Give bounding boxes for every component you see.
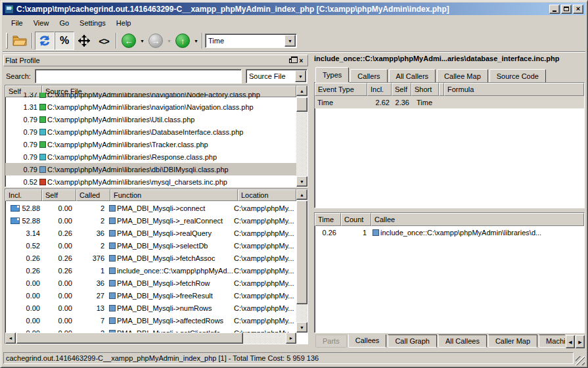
function-row[interactable]: 0.260.26376PMA_DBI_Mysqli->fetchAssocC:\… [5, 252, 296, 264]
event-short-value: Time [411, 99, 439, 106]
column-header-called[interactable]: Called [76, 189, 110, 201]
menu-item-help[interactable]: Help [111, 17, 137, 29]
tab-scroll-left-icon[interactable]: ◀ [566, 335, 575, 348]
toolbar-handle[interactable] [6, 33, 8, 49]
tab-scroll-right-icon[interactable]: ▶ [576, 335, 585, 348]
function-row[interactable]: 3.140.2636PMA_DBI_Mysqli->realQueryC:\xa… [5, 227, 296, 239]
title-bar[interactable]: C:\xampp\tmp\cachegrind.out.1416463299-C… [3, 3, 585, 15]
flat-profile-row[interactable]: 0.79C:\xampp\phpMyAdmin\libraries\Databa… [5, 126, 296, 138]
event-type-combobox[interactable]: Time ▼ [205, 34, 297, 48]
back-dropdown[interactable]: ▼ [139, 32, 146, 50]
scroll-down-icon[interactable]: ▼ [296, 176, 307, 187]
scroll-thumb[interactable] [16, 333, 243, 344]
column-header-location[interactable]: Location [238, 189, 296, 201]
tab-callees[interactable]: Callees [348, 334, 387, 348]
incl-cell: 0.52 [5, 242, 42, 250]
tab-caller-map[interactable]: Caller Map [488, 334, 537, 348]
incl-value: 0.26 [26, 254, 40, 262]
tab-all-callees[interactable]: All Callees [438, 334, 487, 348]
menu-item-view[interactable]: View [28, 17, 55, 29]
function-row[interactable]: 0.260.261include_once::C:\xampp\phpMyAd.… [5, 264, 296, 277]
column-header-spacer[interactable] [439, 83, 444, 96]
panel-splitter[interactable] [309, 53, 313, 349]
forward-button[interactable]: → [146, 32, 166, 50]
up-button[interactable]: ↑ [173, 32, 192, 50]
scroll-thumb[interactable] [296, 97, 307, 112]
open-file-button[interactable] [10, 32, 30, 50]
dock-close-button[interactable]: × [296, 56, 306, 65]
flat-profile-row[interactable]: 0.79C:\xampp\phpMyAdmin\libraries\Util.c… [5, 113, 296, 126]
scroll-thumb[interactable] [296, 200, 307, 304]
resize-grip[interactable] [576, 356, 585, 365]
forward-dropdown[interactable]: ▼ [166, 32, 173, 50]
flat-profile-row[interactable]: 1.37C:\xampp\phpMyAdmin\libraries\naviga… [5, 93, 296, 101]
function-row[interactable]: 0.000.0027PMA_DBI_Mysqli->freeResultC:\x… [5, 289, 296, 302]
column-header-self[interactable]: Self [392, 83, 411, 96]
expand-areas-button[interactable] [74, 32, 94, 50]
flat-profile-row[interactable]: 0.79C:\xampp\phpMyAdmin\libraries\dbi\DB… [5, 163, 296, 175]
function-name: PMA_DBI_Mysqli->connect [117, 204, 234, 212]
tab-call-graph[interactable]: Call Graph [388, 334, 437, 348]
flat-profile-row[interactable]: 0.79C:\xampp\phpMyAdmin\libraries\Respon… [5, 150, 296, 163]
minimize-button[interactable] [549, 5, 560, 14]
flat-profile-row[interactable]: 0.52C:\xampp\phpMyAdmin\libraries\mysql_… [5, 175, 296, 187]
chevron-down-icon: ▼ [284, 35, 296, 47]
tab-source-code[interactable]: Source Code [489, 69, 546, 82]
flat-profile-dock-title[interactable]: Flat Profile × [3, 55, 308, 66]
column-header-callee[interactable]: Callee [371, 213, 584, 226]
self-value: 0.00 [42, 304, 74, 312]
function-icon [109, 230, 116, 237]
flat-profile-row[interactable]: 1.31C:\xampp\phpMyAdmin\libraries\naviga… [5, 101, 296, 113]
event-type-row[interactable]: Time 2.62 2.36 Time [315, 96, 584, 108]
group-by-combobox[interactable]: Source File ▼ [246, 69, 307, 83]
relative-cost-button[interactable]: <> [94, 32, 114, 50]
called-value: 27 [74, 292, 106, 300]
tab-machine[interactable]: Machine [539, 334, 565, 348]
function-row[interactable]: 52.880.002PMA_DBI_Mysqli->_realConnectC:… [5, 214, 296, 227]
function-row[interactable]: 0.000.007PMA_DBI_Mysqli->affectedRowsC:\… [5, 314, 296, 327]
search-input[interactable] [35, 69, 242, 83]
scroll-down-icon[interactable]: ▼ [296, 322, 307, 333]
callee-row[interactable]: 0.26 1 include_once::C:\xampp\phpMyAdmin… [315, 226, 584, 239]
cycle-detection-button[interactable] [35, 32, 55, 50]
function-hscrollbar[interactable]: ◄ ► [5, 333, 296, 344]
percentage-button[interactable]: % [55, 32, 74, 50]
scroll-up-icon[interactable]: ▲ [296, 85, 307, 96]
tab-types[interactable]: Types [315, 67, 349, 82]
menu-item-file[interactable]: File [6, 17, 28, 29]
scroll-up-icon[interactable]: ▲ [296, 189, 307, 200]
location-value: C:\xampp\phpMy... [234, 279, 296, 287]
function-vscrollbar[interactable]: ▲ ▼ [296, 189, 307, 333]
back-button[interactable]: ← [119, 32, 139, 50]
tab-all-callers[interactable]: All Callers [389, 69, 436, 82]
function-row[interactable]: 0.000.002PMA_DBI_Mysqli->getClientInfoC:… [5, 327, 296, 333]
source-file-path: C:\xampp\phpMyAdmin\libraries\navigation… [47, 93, 296, 99]
function-row[interactable]: 52.880.002PMA_DBI_Mysqli->connectC:\xamp… [5, 202, 296, 214]
tab-callers[interactable]: Callers [350, 69, 387, 82]
column-header-event-type[interactable]: Event Type [315, 83, 367, 96]
scroll-right-icon[interactable]: ► [286, 333, 296, 344]
column-header-short[interactable]: Short [411, 83, 439, 96]
column-header-count[interactable]: Count [341, 213, 371, 226]
function-row[interactable]: 0.000.0013PMA_DBI_Mysqli->numRowsC:\xamp… [5, 302, 296, 314]
column-header-incl[interactable]: Incl. [367, 83, 392, 96]
column-header-incl[interactable]: Incl. [5, 189, 42, 201]
menu-item-go[interactable]: Go [54, 17, 74, 29]
column-header-formula[interactable]: Formula [444, 83, 584, 96]
up-dropdown[interactable]: ▼ [192, 32, 200, 50]
scroll-left-icon[interactable]: ◄ [5, 333, 16, 344]
column-header-time[interactable]: Time [315, 213, 341, 226]
function-cell: PMA_DBI_Mysqli->connect [106, 204, 234, 212]
column-header-self[interactable]: Self [42, 189, 76, 201]
source-file-path: C:\xampp\phpMyAdmin\libraries\DatabaseIn… [47, 128, 296, 136]
function-row[interactable]: 0.000.0036PMA_DBI_Mysqli->fetchRowC:\xam… [5, 277, 296, 289]
menu-item-settings[interactable]: Settings [74, 17, 111, 29]
flat-profile-row[interactable]: 0.79C:\xampp\phpMyAdmin\libraries\Tracke… [5, 138, 296, 150]
maximize-button[interactable] [561, 5, 572, 14]
column-header-function[interactable]: Function [110, 189, 238, 201]
flat-profile-vscrollbar[interactable]: ▲ ▼ [296, 85, 307, 187]
tab-callee-map[interactable]: Callee Map [437, 69, 488, 82]
function-row[interactable]: 0.520.002PMA_DBI_Mysqli->selectDbC:\xamp… [5, 239, 296, 252]
close-button[interactable]: × [573, 5, 583, 14]
dock-float-button[interactable] [286, 56, 296, 65]
